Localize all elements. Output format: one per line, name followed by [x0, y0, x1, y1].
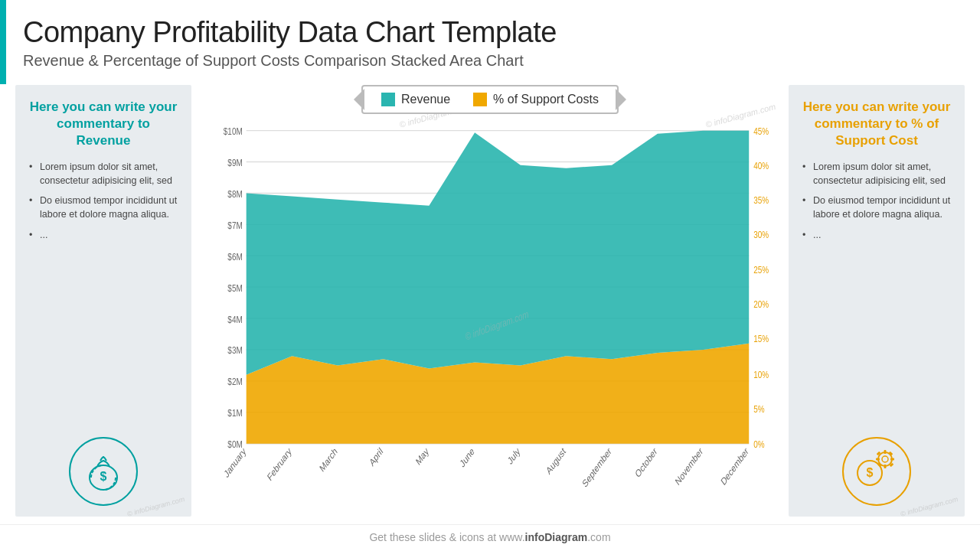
svg-rect-52 [884, 465, 887, 468]
support-label: % of Support Costs [493, 93, 599, 106]
svg-text:0%: 0% [753, 438, 765, 450]
right-panel-bullets: Lorem ipsum dolor sit amet, consectetur … [802, 160, 951, 423]
svg-text:$2M: $2M [227, 376, 242, 388]
svg-text:June: June [458, 445, 476, 469]
header: Company Profitability Data Chart Templat… [0, 0, 980, 77]
svg-text:40%: 40% [753, 159, 769, 171]
svg-text:July: July [506, 445, 522, 467]
svg-text:$8M: $8M [227, 187, 242, 200]
svg-text:$: $ [100, 470, 107, 483]
chart-area: Revenue % of Support Costs [201, 85, 779, 517]
right-panel: Here you can write your commentary to % … [789, 85, 965, 517]
svg-point-49 [878, 452, 892, 466]
left-panel: Here you can write your commentary to Re… [15, 85, 191, 517]
footer-text: Get these slides & icons at www.infoDiag… [369, 531, 610, 543]
right-panel-icon: $ [842, 437, 911, 506]
chart-svg-wrapper: $10M $9M $8M $7M $6M $5M $4M $3M $2M $1M… [201, 120, 779, 517]
left-bullet-1: Lorem ipsum dolor sit amet, consectetur … [29, 160, 178, 187]
footer: Get these slides & icons at www.infoDiag… [0, 524, 980, 551]
left-bullet-3: ... [29, 228, 178, 242]
support-swatch [473, 93, 487, 106]
svg-text:$5M: $5M [227, 282, 242, 294]
svg-text:$7M: $7M [227, 219, 242, 231]
revenue-area [247, 130, 750, 374]
revenue-label: Revenue [401, 93, 450, 106]
revenue-swatch [381, 93, 395, 106]
svg-text:35%: 35% [753, 194, 769, 206]
svg-text:$9M: $9M [227, 156, 242, 168]
page-title: Company Profitability Data Chart Templat… [23, 17, 957, 49]
svg-rect-53 [890, 458, 894, 461]
left-panel-watermark: © infoDiagram.com [126, 495, 185, 518]
svg-text:February: February [266, 445, 293, 484]
svg-text:October: October [633, 445, 658, 481]
footer-brand: infoDiagram [525, 531, 588, 543]
svg-text:December: December [719, 445, 750, 488]
svg-text:$3M: $3M [227, 344, 242, 357]
svg-text:$: $ [867, 466, 874, 479]
svg-text:November: November [674, 445, 705, 488]
svg-text:May: May [414, 445, 431, 468]
svg-rect-51 [884, 450, 887, 454]
main-content: Here you can write your commentary to Re… [0, 77, 980, 524]
svg-text:August: August [544, 445, 568, 477]
svg-text:$10M: $10M [224, 125, 243, 137]
svg-text:5%: 5% [753, 403, 765, 415]
svg-text:25%: 25% [753, 264, 769, 276]
right-bullet-2: Do eiusmod tempor incididunt ut labore e… [802, 194, 951, 221]
svg-text:September: September [580, 445, 613, 490]
page: Company Profitability Data Chart Templat… [0, 0, 980, 551]
svg-text:10%: 10% [753, 368, 769, 380]
legend-support: % of Support Costs [473, 93, 599, 106]
svg-text:April: April [368, 445, 384, 469]
svg-text:45%: 45% [753, 125, 769, 137]
svg-text:$1M: $1M [227, 407, 242, 419]
svg-text:March: March [318, 445, 339, 474]
svg-text:20%: 20% [753, 298, 769, 311]
svg-text:$6M: $6M [227, 250, 242, 262]
svg-text:30%: 30% [753, 228, 769, 240]
left-bullet-2: Do eiusmod tempor incididunt ut labore e… [29, 194, 178, 221]
right-bullet-1: Lorem ipsum dolor sit amet, consectetur … [802, 160, 951, 187]
legend-revenue: Revenue [381, 93, 450, 106]
svg-text:15%: 15% [753, 333, 769, 345]
accent-bar [0, 0, 6, 84]
right-panel-watermark: © infoDiagram.com [900, 495, 959, 518]
left-panel-icon: $ [69, 437, 138, 506]
right-panel-title: Here you can write your commentary to % … [802, 99, 951, 149]
left-panel-bullets: Lorem ipsum dolor sit amet, consectetur … [29, 160, 178, 423]
left-panel-title: Here you can write your commentary to Re… [29, 99, 178, 149]
right-bullet-3: ... [802, 228, 951, 242]
svg-rect-55 [889, 452, 893, 456]
page-subtitle: Revenue & Percentage of Support Costs Co… [23, 52, 957, 70]
svg-point-50 [882, 456, 888, 462]
svg-rect-54 [876, 458, 880, 461]
svg-text:$4M: $4M [227, 313, 242, 325]
legend-banner: Revenue % of Support Costs [361, 85, 619, 114]
